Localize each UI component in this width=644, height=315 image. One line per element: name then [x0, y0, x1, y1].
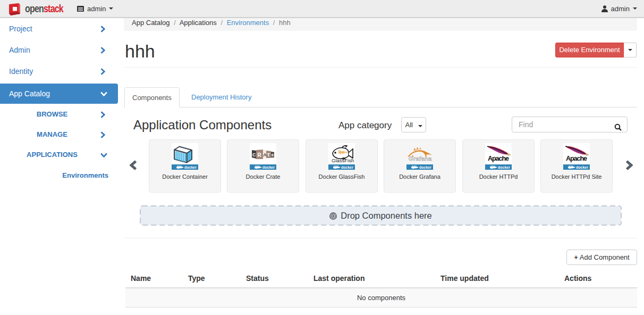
svg-text:T: T	[267, 152, 270, 158]
svg-text:Grafana: Grafana	[409, 155, 432, 162]
svg-text:docker: docker	[576, 165, 588, 169]
svg-text:Apache: Apache	[488, 155, 509, 162]
svg-text:R: R	[258, 152, 262, 158]
svg-text:Apache: Apache	[566, 155, 587, 162]
svg-text:docker: docker	[341, 165, 353, 169]
svg-text:docker: docker	[262, 165, 275, 169]
svg-text:docker: docker	[184, 165, 197, 169]
svg-text:docker: docker	[498, 165, 510, 169]
svg-text:A: A	[263, 152, 267, 158]
svg-text:C: C	[252, 152, 256, 158]
svg-text:GlassFish: GlassFish	[332, 158, 354, 163]
svg-text:E: E	[272, 153, 275, 158]
svg-text:docker: docker	[419, 165, 431, 169]
